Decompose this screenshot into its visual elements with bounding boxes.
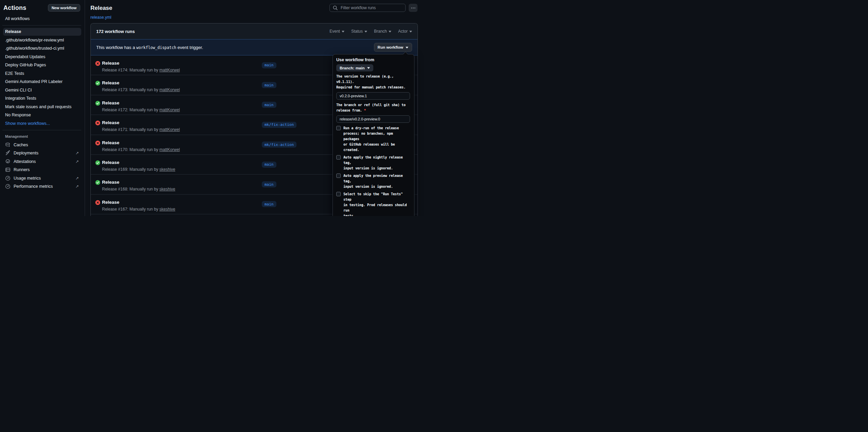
show-more-workflows-link[interactable]: Show more workflows... xyxy=(3,120,81,128)
branch-pill[interactable]: main xyxy=(262,62,276,68)
success-icon xyxy=(95,81,100,86)
branch-pill[interactable]: main xyxy=(262,82,276,88)
run-main: Release Release #170: Manually run by ma… xyxy=(102,135,262,154)
run-title-link[interactable]: Release xyxy=(102,100,119,106)
checkbox[interactable] xyxy=(336,155,341,160)
run-main: Release Release #168: Manually run by sk… xyxy=(102,175,262,194)
workflow-options-kebab-button[interactable] xyxy=(409,4,418,12)
sidebar-title: Actions xyxy=(3,4,26,12)
filter-status[interactable]: Status xyxy=(351,29,367,34)
run-actor-link[interactable]: mattKorwel xyxy=(159,127,180,132)
filter-label: Actor xyxy=(398,29,408,34)
run-actor-link[interactable]: mattKorwel xyxy=(159,107,180,112)
run-actor-link[interactable]: mattKorwel xyxy=(159,147,180,152)
dialog-checkbox-row: Select to skip the "Run Tests" step in t… xyxy=(336,192,410,216)
sidebar-item-github-workflows-trusted-ci-yml[interactable]: .github/workflows/trusted-ci.yml xyxy=(3,45,81,52)
external-link-arrow-icon: ↗ xyxy=(75,184,79,188)
branch-pill[interactable]: main xyxy=(262,181,276,187)
version-help-text: The version to release (e.g., v0.1.11). … xyxy=(336,74,410,90)
management-item-performance-metrics[interactable]: Performance metrics ↗ xyxy=(0,182,85,191)
sidebar-item-no-response[interactable]: No Response xyxy=(3,111,81,119)
run-actor-link[interactable]: mattKorwel xyxy=(159,68,180,72)
branch-pill[interactable]: main xyxy=(262,201,276,207)
checkbox-label: Run a dry-run of the release process; no… xyxy=(343,126,410,153)
run-main: Release Release #173: Manually run by ma… xyxy=(102,75,262,95)
meter-icon xyxy=(5,184,11,189)
branch-pill[interactable]: main xyxy=(262,162,276,168)
filter-branch[interactable]: Branch xyxy=(374,29,391,34)
main-header: Release release.yml xyxy=(90,0,434,20)
filter-event[interactable]: Event xyxy=(329,29,344,34)
filter-actor[interactable]: Actor xyxy=(398,29,412,34)
run-main: Release Release #167: Manually run by sk… xyxy=(102,195,262,214)
branch-pill[interactable]: main xyxy=(262,102,276,108)
kebab-horizontal-icon xyxy=(411,5,416,11)
external-link-arrow-icon: ↗ xyxy=(75,160,79,164)
sidebar-item-label: No Response xyxy=(5,113,31,117)
run-title-link[interactable]: Release xyxy=(102,80,119,86)
sidebar-item-dependabot-updates[interactable]: Dependabot Updates xyxy=(3,53,81,61)
sidebar-item-label: E2E Tests xyxy=(5,71,24,76)
sidebar-item-deploy-github-pages[interactable]: Deploy GitHub Pages xyxy=(3,61,81,69)
run-actor-link[interactable]: skeshive xyxy=(159,207,175,212)
dialog-heading: Use workflow from xyxy=(336,57,410,62)
management-item-label: Attestations xyxy=(14,159,36,164)
sidebar-item-github-workflows-pr-review-yml[interactable]: .github/workflows/pr-review.yml xyxy=(3,36,81,44)
search-input[interactable] xyxy=(340,5,403,11)
branch-pill[interactable]: mk/fix-action xyxy=(262,122,296,128)
management-item-caches[interactable]: Caches xyxy=(0,141,85,149)
sidebar-item-all-workflows[interactable]: All workflows xyxy=(3,15,81,23)
sidebar-item-label: Dependabot Updates xyxy=(5,54,45,59)
run-description: Release #173: Manually run by mattKorwel xyxy=(102,87,262,92)
chevron-down-icon xyxy=(406,47,408,50)
run-actor-link[interactable]: skeshive xyxy=(159,187,175,192)
sidebar-item-gemini-cli-ci[interactable]: Gemini CLI CI xyxy=(3,86,81,94)
sidebar-item-label: Gemini CLI CI xyxy=(5,88,32,93)
branch-selector-button[interactable]: Branch: main xyxy=(336,64,373,71)
sidebar-item-release[interactable]: Release xyxy=(3,28,81,36)
management-item-label: Usage metrics xyxy=(14,176,41,181)
new-workflow-button[interactable]: New workflow xyxy=(48,4,80,12)
workflow-file-link[interactable]: release.yml xyxy=(90,15,111,20)
branch-pill[interactable]: mk/fix-action xyxy=(262,142,296,148)
failure-icon xyxy=(95,120,100,126)
required-asterisk: * xyxy=(364,109,366,112)
checkbox[interactable] xyxy=(336,192,341,196)
filter-label: Event xyxy=(329,29,340,34)
external-link-arrow-icon: ↗ xyxy=(75,151,79,155)
sidebar-item-e2e-tests[interactable]: E2E Tests xyxy=(3,70,81,78)
ref-help-text: The branch or ref (full git sha) to rele… xyxy=(336,102,410,113)
checkbox[interactable] xyxy=(336,126,341,130)
run-main: Release Release #174: Manually run by ma… xyxy=(102,55,262,75)
banner-text: This workflow has a workflow_dispatch ev… xyxy=(96,45,203,50)
sidebar-item-gemini-automated-pr-labeler[interactable]: Gemini Automated PR Labeler xyxy=(3,78,81,86)
version-input[interactable] xyxy=(336,92,410,100)
run-title-link[interactable]: Release xyxy=(102,199,119,205)
management-item-attestations[interactable]: Attestations ↗ xyxy=(0,157,85,166)
run-title-link[interactable]: Release xyxy=(102,160,119,165)
management-item-deployments[interactable]: Deployments ↗ xyxy=(0,149,85,157)
failure-icon xyxy=(95,200,100,205)
management-item-runners[interactable]: Runners xyxy=(0,166,85,174)
chevron-down-icon xyxy=(342,31,344,34)
run-workflow-dropdown-button[interactable]: Run workflow xyxy=(374,43,412,52)
rocket-icon xyxy=(5,150,11,156)
run-actor-link[interactable]: skeshive xyxy=(159,167,175,172)
sidebar-divider xyxy=(2,130,81,130)
run-main: Release Release #169: Manually run by sk… xyxy=(102,155,262,174)
run-title-link[interactable]: Release xyxy=(102,120,119,126)
run-title-link[interactable]: Release xyxy=(102,140,119,146)
run-actor-link[interactable]: mattKorwel xyxy=(159,87,180,92)
verified-icon xyxy=(5,159,11,164)
run-title-link[interactable]: Release xyxy=(102,179,119,185)
checkbox[interactable] xyxy=(336,173,341,178)
run-title-link[interactable]: Release xyxy=(102,60,119,66)
sidebar-item-integration-tests[interactable]: Integration Tests xyxy=(3,95,81,102)
sidebar-item-mark-stale-issues-and-pull-requests[interactable]: Mark stale issues and pull requests xyxy=(3,103,81,111)
management-item-usage-metrics[interactable]: Usage metrics ↗ xyxy=(0,174,85,183)
sidebar-item-label: Integration Tests xyxy=(5,96,36,101)
ref-input[interactable] xyxy=(336,115,410,123)
success-icon xyxy=(95,180,100,185)
filter-label: Status xyxy=(351,29,363,34)
filter-runs-searchbox[interactable] xyxy=(329,4,406,12)
